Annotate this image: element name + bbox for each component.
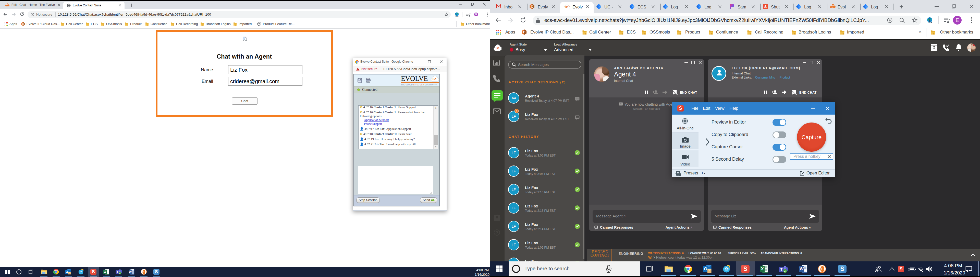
svg-text:O: O xyxy=(704,266,707,271)
svg-text:C: C xyxy=(22,23,24,25)
svg-text:EIP: EIP xyxy=(6,4,9,6)
svg-text:T: T xyxy=(117,271,118,274)
svg-text:IP: IP xyxy=(432,77,436,81)
svg-text:T: T xyxy=(780,267,783,271)
svg-text:X: X xyxy=(761,266,764,271)
svg-text:IP: IP xyxy=(496,46,499,50)
svg-text:C: C xyxy=(523,30,525,34)
svg-text:X: X xyxy=(104,270,106,274)
svg-text:O: O xyxy=(65,270,68,274)
svg-text:W: W xyxy=(129,270,132,274)
svg-text:W: W xyxy=(800,266,803,271)
